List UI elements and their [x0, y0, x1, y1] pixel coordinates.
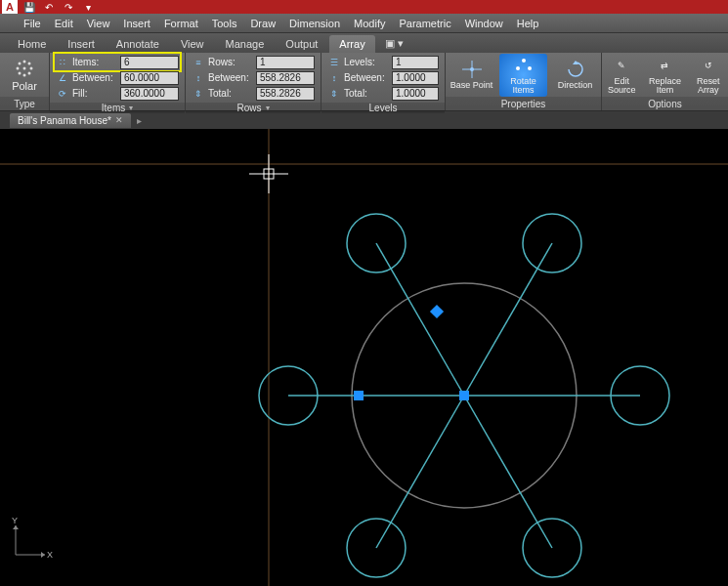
- svg-point-8: [28, 71, 31, 74]
- tab-view[interactable]: View: [171, 35, 214, 53]
- replace-item-button[interactable]: ⇄ Replace Item: [645, 54, 684, 97]
- undo-icon[interactable]: ↶: [41, 0, 57, 14]
- reset-array-button[interactable]: ↺ Reset Array: [689, 54, 728, 97]
- svg-point-14: [528, 66, 532, 70]
- levels-between-label: Between:: [344, 72, 389, 83]
- items-count-icon: ∷: [56, 56, 69, 69]
- app-icon[interactable]: A: [2, 0, 18, 14]
- levels-between-icon: ↕: [327, 71, 341, 85]
- tab-array[interactable]: Array: [329, 35, 374, 53]
- menu-edit[interactable]: Edit: [55, 18, 73, 29]
- polar-icon: [11, 59, 38, 78]
- panel-properties-title: Properties: [446, 97, 601, 110]
- rows-count-label: Rows:: [208, 57, 253, 67]
- array-type-label: Polar: [12, 80, 37, 92]
- array-grips: [354, 305, 469, 400]
- svg-line-26: [376, 243, 464, 396]
- tab-annotate[interactable]: Annotate: [107, 35, 169, 53]
- items-fill-input[interactable]: 360.0000: [120, 87, 179, 101]
- grip-spoke-mid: [354, 391, 364, 400]
- menu-modify[interactable]: Modify: [354, 18, 385, 29]
- levels-count-input[interactable]: 1: [392, 56, 439, 69]
- menu-parametric[interactable]: Parametric: [399, 18, 450, 29]
- tab-output[interactable]: Output: [276, 35, 327, 53]
- levels-count-label: Levels:: [344, 57, 389, 67]
- svg-point-5: [19, 62, 21, 64]
- menu-window[interactable]: Window: [465, 18, 503, 29]
- panel-levels-title: Levels: [321, 103, 445, 113]
- drawing-tab[interactable]: Bill's Panama House* ✕: [10, 113, 131, 128]
- panel-levels: ☰ Levels: 1 ↕ Between: 1.0000 ⇕ Total: 1…: [321, 53, 446, 110]
- svg-line-30: [376, 396, 464, 548]
- drawing-tab-row: Bill's Panama House* ✕ ▸: [0, 111, 728, 129]
- menu-bar: File Edit View Insert Format Tools Draw …: [0, 14, 728, 33]
- items-fill-label: Fill:: [72, 88, 117, 99]
- rows-between-label: Between:: [208, 72, 253, 83]
- rows-between-icon: ↕: [192, 71, 205, 85]
- menu-tools[interactable]: Tools: [212, 18, 237, 29]
- svg-point-6: [28, 62, 31, 64]
- panel-properties: Base Point Rotate Items Direction Proper…: [446, 53, 602, 110]
- ribbon: Polar Type ∷ Items: 6 ∠ Between: 60.0000…: [0, 53, 728, 111]
- levels-icon: ☰: [327, 56, 341, 69]
- items-count-label: Items:: [72, 57, 117, 67]
- panel-type-title: Type: [0, 97, 49, 110]
- tab-insert[interactable]: Insert: [58, 35, 105, 53]
- base-point-button[interactable]: Base Point: [448, 58, 495, 92]
- svg-point-2: [23, 73, 26, 76]
- levels-total-icon: ⇕: [327, 87, 341, 101]
- menu-format[interactable]: Format: [164, 18, 198, 29]
- svg-point-7: [19, 71, 21, 74]
- menu-file[interactable]: File: [23, 18, 41, 29]
- new-drawing-tab-icon[interactable]: ▸: [137, 115, 142, 126]
- svg-point-1: [23, 60, 26, 63]
- expand-icon[interactable]: ▾: [266, 104, 270, 112]
- panel-rows: ≡ Rows: 1 ↕ Between: 558.2826 ⇕ Total: 5…: [186, 53, 321, 110]
- menu-draw[interactable]: Draw: [250, 18, 276, 29]
- drawing-tab-close-icon[interactable]: ✕: [115, 115, 123, 125]
- tab-home[interactable]: Home: [8, 35, 56, 53]
- rotate-items-icon: [512, 56, 535, 75]
- menu-help[interactable]: Help: [517, 18, 539, 29]
- qat-dropdown-icon[interactable]: ▾: [80, 0, 96, 14]
- levels-between-input[interactable]: 1.0000: [392, 71, 439, 85]
- tab-overflow-icon[interactable]: ▣ ▾: [377, 34, 411, 53]
- panel-type: Polar Type: [0, 53, 50, 110]
- panel-rows-title: Rows▾: [186, 103, 321, 113]
- replace-item-icon: ⇄: [653, 56, 676, 75]
- drawing-canvas[interactable]: X Y: [0, 129, 728, 586]
- reset-array-icon: ↺: [697, 56, 720, 75]
- svg-line-24: [464, 243, 552, 396]
- items-between-input[interactable]: 60.0000: [120, 71, 179, 85]
- drawing-tab-label: Bill's Panama House*: [18, 115, 111, 126]
- fill-angle-icon: ⟳: [56, 87, 69, 101]
- menu-view[interactable]: View: [87, 18, 110, 29]
- expand-icon[interactable]: ▾: [129, 104, 133, 112]
- svg-text:Y: Y: [12, 516, 18, 525]
- save-icon[interactable]: 💾: [21, 0, 37, 14]
- items-count-input[interactable]: 6: [120, 56, 179, 69]
- menu-dimension[interactable]: Dimension: [289, 18, 340, 29]
- direction-button[interactable]: Direction: [551, 58, 599, 92]
- svg-marker-35: [41, 552, 45, 558]
- rows-count-input[interactable]: 1: [256, 56, 315, 69]
- rows-between-input[interactable]: 558.2826: [256, 71, 315, 85]
- rows-total-icon: ⇕: [192, 87, 205, 101]
- tab-manage[interactable]: Manage: [216, 35, 275, 53]
- levels-total-label: Total:: [344, 88, 389, 99]
- menu-insert[interactable]: Insert: [123, 18, 150, 29]
- panel-items: ∷ Items: 6 ∠ Between: 60.0000 ⟳ Fill: 36…: [50, 53, 186, 110]
- rows-total-input[interactable]: 558.2826: [256, 87, 315, 101]
- svg-point-3: [17, 66, 20, 69]
- array-type-polar-button[interactable]: Polar: [6, 59, 43, 92]
- redo-icon[interactable]: ↷: [61, 0, 76, 14]
- edit-source-button[interactable]: ✎ Edit Source: [602, 54, 641, 97]
- panel-options: ✎ Edit Source ⇄ Replace Item ↺ Reset Arr…: [602, 53, 728, 110]
- rotate-items-button[interactable]: Rotate Items: [499, 54, 547, 97]
- levels-total-input[interactable]: 1.0000: [392, 87, 439, 101]
- grip-center: [459, 391, 469, 400]
- svg-point-13: [516, 66, 520, 70]
- svg-text:X: X: [47, 550, 53, 560]
- svg-line-32: [464, 396, 552, 548]
- items-count-row: ∷ Items: 6: [56, 55, 179, 69]
